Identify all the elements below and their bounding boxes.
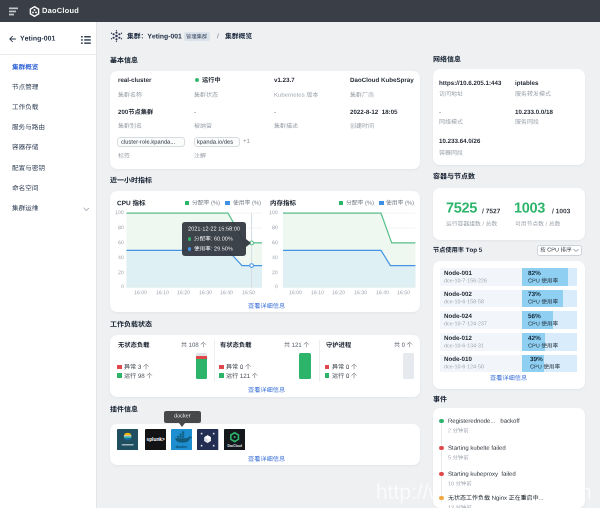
svg-text:splunk>: splunk> <box>146 437 164 442</box>
svg-text:DaoCloud: DaoCloud <box>227 443 241 447</box>
svg-text:docker: docker <box>176 444 188 448</box>
